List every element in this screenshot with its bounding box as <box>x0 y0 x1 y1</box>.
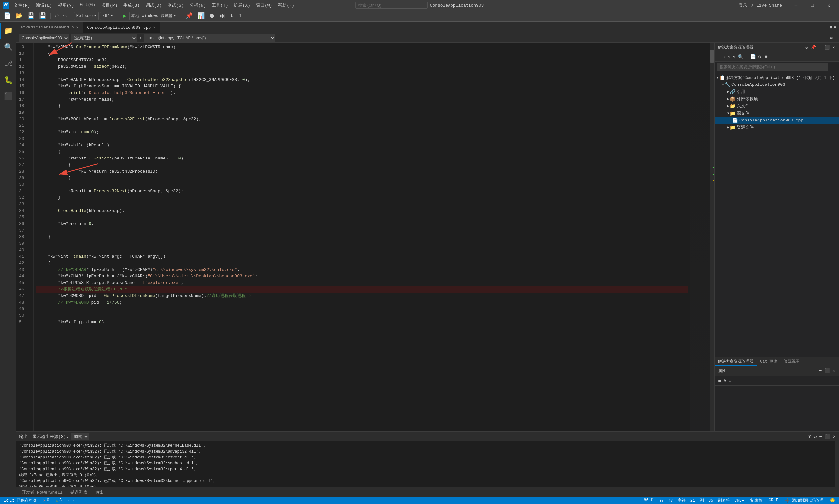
save-btn[interactable]: 💾 <box>25 13 36 20</box>
preview-btn[interactable]: 👁 <box>763 54 769 60</box>
output-scrollbar[interactable] <box>835 442 839 487</box>
perf-btn[interactable]: 📊 <box>196 13 206 20</box>
tab-error-list[interactable]: 错误列表 <box>67 488 91 497</box>
properties-btn[interactable]: ⚙ <box>758 53 761 60</box>
line-col-status[interactable]: 行: 47 字符: 21 列: 35 制表符 CRLF <box>658 498 745 503</box>
menu-tools[interactable]: 工具(T) <box>209 2 230 9</box>
global-search-input[interactable] <box>355 2 428 8</box>
props-float-btn[interactable]: ⬛ <box>824 367 831 374</box>
nav-more-btn[interactable]: + <box>834 35 836 40</box>
menu-window[interactable]: 窗口(W) <box>254 2 275 9</box>
extensions-activity[interactable]: ⬛ <box>0 88 16 104</box>
menu-extensions[interactable]: 扩展(X) <box>231 2 253 9</box>
props-minimize-btn[interactable]: ─ <box>818 367 822 374</box>
fullscope-select[interactable]: (全局范围) <box>71 34 137 41</box>
collapse-all-btn[interactable]: ⊟ <box>745 53 749 60</box>
filter-btn[interactable]: 🔍 <box>737 53 744 60</box>
nav-arrows-status[interactable]: ← → <box>67 498 75 503</box>
error-status[interactable]: ✕ 0 <box>41 498 50 503</box>
platform-dropdown[interactable]: x64 ▾ <box>100 12 115 20</box>
tab-afxmdi[interactable]: afxmdiclientareawnd.h ✕ <box>16 22 83 33</box>
start-debug-btn[interactable]: ▶ <box>121 13 128 20</box>
close-button[interactable]: ✕ <box>821 0 836 11</box>
explorer-activity[interactable]: 📁 <box>0 23 16 39</box>
back-btn[interactable]: ← <box>717 54 721 60</box>
menu-debug[interactable]: 调试(D) <box>143 2 164 9</box>
menu-project[interactable]: 项目(P) <box>99 2 120 9</box>
pin-btn[interactable]: 📌 <box>810 44 817 51</box>
scroll-thumb[interactable] <box>710 50 714 63</box>
live-share-button[interactable]: ⚡ Live Share <box>751 3 782 8</box>
add-to-source-btn[interactable]: ➕ 添加到源代码管理 <box>784 498 825 503</box>
scope-select[interactable]: ConsoleApplication903 <box>19 34 69 41</box>
debugger-dropdown[interactable]: 本地 Windows 调试器 ▾ <box>129 12 178 20</box>
output-close-btn[interactable]: ✕ <box>833 433 836 440</box>
open-btn[interactable]: 📂 <box>14 13 24 20</box>
sol-tab-resource[interactable]: 资源视图 <box>781 357 803 365</box>
more-tabs-btn[interactable]: ≡ <box>834 25 836 30</box>
maximize-button[interactable]: □ <box>805 0 820 11</box>
git-branch-status[interactable]: ⎇ ⎇ 已保存的项 <box>3 498 38 503</box>
menu-build[interactable]: 生成(B) <box>121 2 142 9</box>
output-wrap-btn[interactable]: ↵ <box>814 433 817 440</box>
refresh-btn[interactable]: ↻ <box>732 53 736 60</box>
login-button[interactable]: 登录 <box>739 2 747 8</box>
configuration-dropdown[interactable]: Release ▾ <box>74 12 99 20</box>
source-files-node[interactable]: ▼ 📁 源文件 <box>715 110 839 117</box>
undo-btn[interactable]: ↩ <box>53 13 60 20</box>
prop-cat-btn[interactable]: ⊞ <box>717 377 721 384</box>
step-out-btn[interactable]: ⬆ <box>237 13 244 20</box>
close-panel-btn[interactable]: ✕ <box>832 44 836 51</box>
menu-git[interactable]: Git(G) <box>78 2 98 9</box>
attach-btn[interactable]: 📌 <box>184 13 194 20</box>
warning-status[interactable]: ⚠ 3 <box>54 498 63 503</box>
menu-view[interactable]: 视图(V) <box>55 2 77 9</box>
references-node[interactable]: ▶ 🔗 引用 <box>715 88 839 95</box>
zoom-status[interactable]: 86 % <box>642 498 654 503</box>
tab-close-main[interactable]: ✕ <box>153 25 155 30</box>
forward-btn[interactable]: → <box>722 54 725 60</box>
props-close-btn[interactable]: ✕ <box>832 367 836 374</box>
menu-analyze[interactable]: 分析(N) <box>187 2 208 9</box>
minimize-button[interactable]: ─ <box>788 0 804 11</box>
menu-edit[interactable]: 编辑(E) <box>33 2 54 9</box>
tab-main[interactable]: ConsoleApplication903.cpp ✕ <box>83 22 160 33</box>
breakpoint-btn[interactable]: ⏺ <box>207 13 217 20</box>
nav-expand-btn[interactable]: ⊞ <box>831 35 833 40</box>
menu-test[interactable]: 测试(S) <box>165 2 186 9</box>
output-float-btn[interactable]: ⬛ <box>824 433 831 440</box>
git-activity[interactable]: ⎇ <box>0 56 16 71</box>
prop-prop-btn[interactable]: ⚙ <box>728 377 732 384</box>
line-ending-status[interactable]: CRLF <box>768 498 780 503</box>
tab-close[interactable]: ✕ <box>76 25 79 30</box>
output-minimize-btn[interactable]: ─ <box>819 433 823 440</box>
home-btn[interactable]: ⌂ <box>727 54 731 60</box>
redo-btn[interactable]: ↪ <box>62 13 69 20</box>
debug-activity[interactable]: 🐛 <box>0 72 16 88</box>
output-clear-btn[interactable]: 🗑 <box>806 433 812 440</box>
feedback-btn[interactable]: 🙂 <box>829 498 836 503</box>
split-editor-btn[interactable]: ⊟ <box>829 24 832 30</box>
resource-files-node[interactable]: ▶ 📁 资源文件 <box>715 124 839 131</box>
prop-alpha-btn[interactable]: A <box>723 378 726 384</box>
headers-node[interactable]: ▶ 📁 头文件 <box>715 103 839 110</box>
solution-root[interactable]: ▼ 📋 解决方案'ConsoleApplication903'(1 个项目/共 … <box>715 74 839 81</box>
main-cpp-node[interactable]: 📄 ConsoleApplication903.cpp <box>715 117 839 124</box>
menu-file[interactable]: 文件(F) <box>11 2 32 9</box>
project-root[interactable]: ▼ 🔧 ConsoleApplication903 <box>715 81 839 88</box>
tab-output[interactable]: 输出 <box>91 488 108 497</box>
tab-powershell[interactable]: 开发者 PowerShell <box>18 488 67 497</box>
output-source-select[interactable]: 调试 <box>71 433 89 440</box>
float-panel-btn[interactable]: ⬛ <box>824 44 831 51</box>
func-select[interactable]: _tmain(int argc, _TCHAR * argv[]) <box>144 34 275 41</box>
step-over-btn[interactable]: ⏭ <box>218 13 227 20</box>
search-activity[interactable]: 🔍 <box>0 39 16 55</box>
sync-btn[interactable]: ↻ <box>805 44 808 51</box>
sol-tab-explorer[interactable]: 解决方案资源管理器 <box>715 357 757 366</box>
minimize-panel-btn[interactable]: ─ <box>818 44 822 51</box>
editor-vscroll[interactable] <box>710 42 715 431</box>
encoding-status[interactable]: 制表符 <box>749 498 764 503</box>
show-files-btn[interactable]: 📄 <box>750 53 757 60</box>
step-in-btn[interactable]: ⬇ <box>228 13 235 20</box>
new-file-btn[interactable]: 📄 <box>2 13 13 20</box>
